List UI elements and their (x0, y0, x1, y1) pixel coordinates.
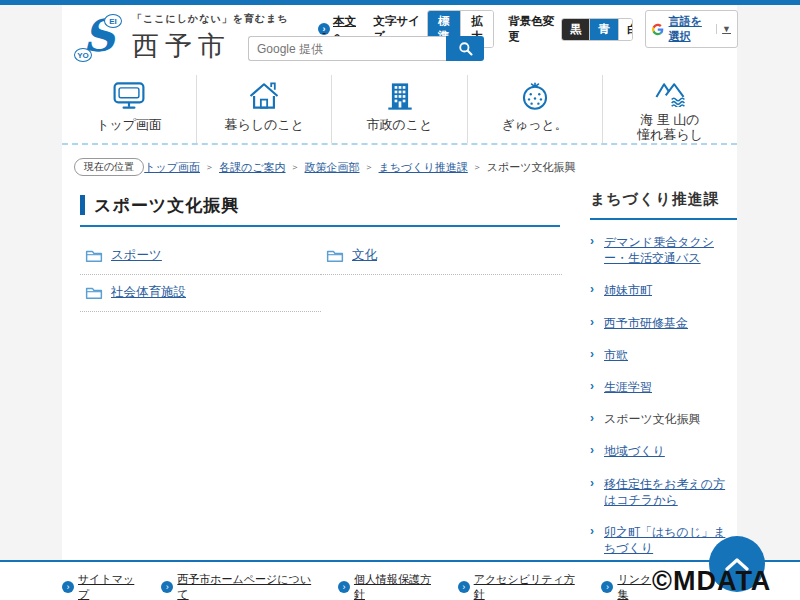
search-button[interactable] (446, 36, 484, 61)
breadcrumb-item-policy[interactable]: 政策企画部 (305, 160, 360, 175)
nav-item-top[interactable]: トップ画面 (62, 75, 196, 143)
watermark: ©MDATA (652, 566, 771, 597)
footer-link-about[interactable]: ›西予市ホームページについて (161, 572, 322, 600)
chevron-right-icon: › (590, 475, 594, 491)
search-icon (458, 41, 473, 56)
breadcrumb-item-current: スポーツ文化振興 (487, 160, 576, 175)
category-links: スポーツ 文化 社会体育施設 (80, 238, 562, 312)
chevron-right-icon: › (590, 442, 594, 458)
house-icon (246, 80, 282, 112)
arrow-circle-icon: › (458, 581, 470, 593)
page: S EI YO 「ここにしかない」を育むまち 西予市 › 本文へ 文字サイズ 標… (0, 0, 800, 600)
sidebar-item-demand-taxi[interactable]: ›デマンド乗合タクシー・生活交通バス (590, 226, 737, 274)
google-translate-widget[interactable]: 言語を選択 ▼ (645, 10, 738, 48)
translate-label: 言語を選択 (669, 14, 712, 44)
title-accent-bar (80, 195, 85, 215)
breadcrumb-item-departments[interactable]: 各課のご案内 (219, 160, 286, 175)
mountain-sea-icon (650, 80, 690, 107)
current-location-badge: 現在の位置 (74, 158, 144, 176)
seiyo-logo-icon: S EI YO (74, 12, 124, 64)
nav-item-gyutto[interactable]: ぎゅっと。 (467, 75, 602, 143)
nav-item-sea-village-mountain[interactable]: 海 里 山の憧れ暮らし (602, 75, 737, 143)
page-title-block: スポーツ文化振興 (80, 194, 560, 227)
search-input[interactable] (248, 36, 446, 61)
arrow-circle-icon: › (601, 581, 613, 593)
footer-links: ›サイトマップ ›西予市ホームページについて ›個人情報保護方針 ›アクセシビリ… (62, 572, 662, 600)
sidebar-list: ›デマンド乗合タクシー・生活交通バス ›姉妹市町 ›西予市研修基金 ›市歌 ›生… (590, 226, 737, 564)
chevron-right-icon: › (590, 378, 594, 394)
chevron-right-icon: › (590, 410, 594, 426)
list-item-culture[interactable]: 文化 (321, 238, 562, 275)
sidebar-item-training-fund[interactable]: ›西予市研修基金 (590, 307, 737, 339)
breadcrumb-item-home[interactable]: トップ画面 (144, 160, 200, 175)
folder-icon (85, 248, 103, 263)
nav-item-living[interactable]: 暮らしのこと (196, 75, 331, 143)
chevron-right-icon: › (590, 346, 594, 362)
bg-blue-button[interactable]: 青 (589, 19, 618, 40)
sidebar-item-sports-culture-current: ›スポーツ文化振興 (590, 403, 737, 435)
breadcrumb: 現在の位置 トップ画面 ＞ 各課のご案内 ＞ 政策企画部 ＞ まちづくり推進課 … (74, 158, 734, 176)
sidebar: まちづくり推進課 ›デマンド乗合タクシー・生活交通バス ›姉妹市町 ›西予市研修… (590, 190, 737, 564)
sidebar-item-sister-cities[interactable]: ›姉妹市町 (590, 274, 737, 306)
sidebar-item-relocation[interactable]: ›移住定住をお考えの方はコチラから (590, 468, 737, 516)
bg-white-button[interactable]: 白 (618, 19, 633, 40)
google-g-icon (652, 22, 664, 37)
chevron-right-icon: › (590, 281, 594, 297)
sidebar-item-lifelong-learning[interactable]: ›生涯学習 (590, 371, 737, 403)
footer-link-sitemap[interactable]: ›サイトマップ (62, 572, 145, 600)
chevron-down-icon: ▼ (716, 24, 731, 34)
bg-black-button[interactable]: 黒 (562, 19, 590, 40)
chevron-right-icon: › (590, 314, 594, 330)
arrow-circle-icon: › (338, 581, 350, 593)
sidebar-item-community-building[interactable]: ›地域づくり (590, 435, 737, 467)
orange-icon (518, 80, 552, 112)
arrow-circle-icon: › (161, 581, 173, 593)
chevron-right-icon: › (590, 233, 594, 249)
breadcrumb-item-machizukuri[interactable]: まちづくり推進課 (379, 160, 468, 175)
page-title: スポーツ文化振興 (94, 196, 239, 215)
footer-link-privacy[interactable]: ›個人情報保護方針 (338, 572, 442, 600)
footer-divider (0, 560, 800, 562)
site-search (248, 36, 484, 61)
sidebar-item-city-song[interactable]: ›市歌 (590, 339, 737, 371)
footer-link-accessibility[interactable]: ›アクセシビリティ方針 (458, 572, 586, 600)
bg-color-label: 背景色変更 (508, 14, 556, 44)
folder-icon (326, 248, 344, 263)
monitor-icon (111, 80, 147, 112)
sidebar-title: まちづくり推進課 (590, 190, 737, 220)
chevron-right-icon: › (590, 523, 594, 539)
nav-item-government[interactable]: 市政のこと (331, 75, 466, 143)
arrow-circle-icon: › (318, 23, 330, 35)
list-item-sports[interactable]: スポーツ (80, 238, 321, 275)
site-tagline: 「ここにしかない」を育むまち (132, 12, 289, 26)
building-icon (382, 80, 418, 112)
list-item-facilities[interactable]: 社会体育施設 (80, 275, 321, 312)
arrow-circle-icon: › (62, 581, 74, 593)
main-nav: トップ画面 暮らしのこと (62, 75, 737, 145)
folder-icon (85, 285, 103, 300)
